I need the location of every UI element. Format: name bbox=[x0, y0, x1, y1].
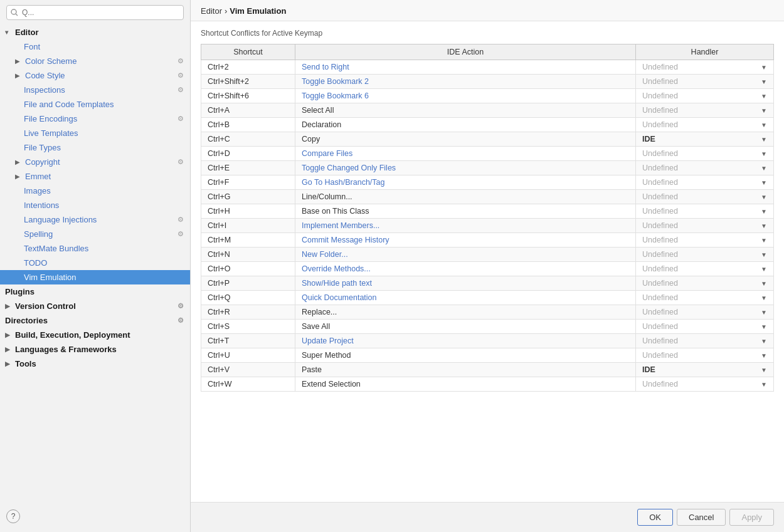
dropdown-arrow-icon[interactable]: ▼ bbox=[761, 251, 767, 258]
sidebar-item-build-execution[interactable]: ▶Build, Execution, Deployment bbox=[0, 328, 190, 342]
settings-icon: ⚙ bbox=[177, 230, 184, 238]
dropdown-arrow-icon[interactable]: ▼ bbox=[761, 122, 767, 128]
table-row[interactable]: Ctrl+FGo To Hash/Branch/TagUndefined▼ bbox=[201, 175, 774, 190]
sidebar-item-label: Version Control bbox=[15, 301, 177, 311]
table-row[interactable]: Ctrl+IImplement Members...Undefined▼ bbox=[201, 219, 774, 233]
cell-action: Line/Column... bbox=[295, 190, 636, 204]
table-row[interactable]: Ctrl+OOverride Methods...Undefined▼ bbox=[201, 262, 774, 276]
sidebar-item-copyright[interactable]: ▶Copyright⚙ bbox=[0, 155, 190, 169]
help-button[interactable]: ? bbox=[6, 509, 20, 523]
cell-handler: Undefined▼ bbox=[636, 248, 774, 262]
sidebar-item-intentions[interactable]: Intentions bbox=[0, 198, 190, 212]
dropdown-arrow-icon[interactable]: ▼ bbox=[761, 323, 767, 330]
sidebar-item-todo[interactable]: TODO bbox=[0, 256, 190, 270]
dropdown-arrow-icon[interactable]: ▼ bbox=[761, 280, 767, 287]
dropdown-arrow-icon[interactable]: ▼ bbox=[761, 367, 767, 373]
cancel-button[interactable]: Cancel bbox=[677, 509, 726, 526]
cell-shortcut: Ctrl+H bbox=[201, 204, 295, 219]
chevron-icon: ▶ bbox=[15, 159, 24, 165]
sidebar-item-vim-emulation[interactable]: Vim Emulation bbox=[0, 270, 190, 284]
sidebar-item-file-code-templates[interactable]: File and Code Templates bbox=[0, 97, 190, 112]
dropdown-arrow-icon[interactable]: ▼ bbox=[761, 78, 767, 85]
cell-action: New Folder... bbox=[295, 248, 636, 262]
sidebar-item-language-injections[interactable]: Language Injections⚙ bbox=[0, 212, 190, 227]
cell-action: Replace... bbox=[295, 305, 636, 320]
dropdown-arrow-icon[interactable]: ▼ bbox=[761, 179, 767, 186]
sidebar-item-label: Tools bbox=[15, 359, 184, 368]
table-row[interactable]: Ctrl+PShow/Hide path textUndefined▼ bbox=[201, 276, 774, 291]
dropdown-arrow-icon[interactable]: ▼ bbox=[761, 338, 767, 345]
cell-handler: Undefined▼ bbox=[636, 204, 774, 219]
dropdown-arrow-icon[interactable]: ▼ bbox=[761, 107, 767, 114]
dropdown-arrow-icon[interactable]: ▼ bbox=[761, 150, 767, 157]
sidebar-item-emmet[interactable]: ▶Emmet bbox=[0, 169, 190, 184]
cell-handler: Undefined▼ bbox=[636, 219, 774, 233]
table-row[interactable]: Ctrl+RReplace...Undefined▼ bbox=[201, 305, 774, 320]
sidebar-item-textmate-bundles[interactable]: TextMate Bundles bbox=[0, 241, 190, 256]
table-row[interactable]: Ctrl+TUpdate ProjectUndefined▼ bbox=[201, 334, 774, 348]
table-row[interactable]: Ctrl+WExtend SelectionUndefined▼ bbox=[201, 377, 774, 392]
table-row[interactable]: Ctrl+2Send to RightUndefined▼ bbox=[201, 60, 774, 75]
table-row[interactable]: Ctrl+VPasteIDE▼ bbox=[201, 363, 774, 377]
cell-shortcut: Ctrl+P bbox=[201, 276, 295, 291]
table-row[interactable]: Ctrl+GLine/Column...Undefined▼ bbox=[201, 190, 774, 204]
dropdown-arrow-icon[interactable]: ▼ bbox=[761, 266, 767, 273]
cell-handler: Undefined▼ bbox=[636, 118, 774, 132]
table-row[interactable]: Ctrl+MCommit Message HistoryUndefined▼ bbox=[201, 233, 774, 248]
dropdown-arrow-icon[interactable]: ▼ bbox=[761, 381, 767, 388]
bottom-bar: OK Cancel Apply bbox=[191, 502, 784, 532]
table-row[interactable]: Ctrl+BDeclarationUndefined▼ bbox=[201, 118, 774, 132]
content-panel: Editor › Vim Emulation Shortcut Conflict… bbox=[191, 0, 784, 532]
dropdown-arrow-icon[interactable]: ▼ bbox=[761, 136, 767, 143]
settings-icon: ⚙ bbox=[177, 316, 184, 325]
dropdown-arrow-icon[interactable]: ▼ bbox=[761, 295, 767, 301]
sidebar-item-directories[interactable]: Directories⚙ bbox=[0, 313, 190, 328]
chevron-icon: ▶ bbox=[5, 331, 14, 338]
table-row[interactable]: Ctrl+Shift+6Toggle Bookmark 6Undefined▼ bbox=[201, 89, 774, 103]
sidebar-item-label: Plugins bbox=[5, 287, 184, 296]
dropdown-arrow-icon[interactable]: ▼ bbox=[761, 64, 767, 71]
sidebar-item-file-encodings[interactable]: File Encodings⚙ bbox=[0, 112, 190, 126]
sidebar-item-languages-frameworks[interactable]: ▶Languages & Frameworks bbox=[0, 342, 190, 357]
sidebar-item-live-templates[interactable]: Live Templates bbox=[0, 126, 190, 140]
sidebar-item-plugins[interactable]: Plugins bbox=[0, 284, 190, 299]
table-row[interactable]: Ctrl+NNew Folder...Undefined▼ bbox=[201, 248, 774, 262]
cell-shortcut: Ctrl+I bbox=[201, 219, 295, 233]
table-row[interactable]: Ctrl+Shift+2Toggle Bookmark 2Undefined▼ bbox=[201, 75, 774, 89]
sidebar-item-label: Copyright bbox=[25, 157, 177, 167]
table-row[interactable]: Ctrl+ASelect AllUndefined▼ bbox=[201, 103, 774, 118]
cell-shortcut: Ctrl+Shift+2 bbox=[201, 75, 295, 89]
dropdown-arrow-icon[interactable]: ▼ bbox=[761, 194, 767, 201]
search-input[interactable] bbox=[6, 5, 184, 20]
sidebar-item-color-scheme[interactable]: ▶Color Scheme⚙ bbox=[0, 54, 190, 68]
dropdown-arrow-icon[interactable]: ▼ bbox=[761, 93, 767, 100]
sidebar-item-font[interactable]: Font bbox=[0, 39, 190, 54]
sidebar-item-spelling[interactable]: Spelling⚙ bbox=[0, 227, 190, 241]
dropdown-arrow-icon[interactable]: ▼ bbox=[761, 208, 767, 215]
table-row[interactable]: Ctrl+EToggle Changed Only FilesUndefined… bbox=[201, 161, 774, 175]
table-row[interactable]: Ctrl+USuper MethodUndefined▼ bbox=[201, 348, 774, 363]
sidebar-item-editor[interactable]: ▾Editor bbox=[0, 25, 190, 39]
table-row[interactable]: Ctrl+DCompare FilesUndefined▼ bbox=[201, 147, 774, 161]
apply-button[interactable]: Apply bbox=[729, 509, 774, 526]
col-header-action: IDE Action bbox=[295, 44, 636, 60]
sidebar-item-version-control[interactable]: ▶Version Control⚙ bbox=[0, 299, 190, 313]
sidebar-tree: ▾EditorFont▶Color Scheme⚙▶Code Style⚙Ins… bbox=[0, 25, 190, 532]
sidebar-item-code-style[interactable]: ▶Code Style⚙ bbox=[0, 68, 190, 83]
sidebar-item-label: Vim Emulation bbox=[24, 273, 184, 282]
table-row[interactable]: Ctrl+HBase on This ClassUndefined▼ bbox=[201, 204, 774, 219]
sidebar-item-tools[interactable]: ▶Tools bbox=[0, 357, 190, 371]
table-row[interactable]: Ctrl+SSave AllUndefined▼ bbox=[201, 320, 774, 334]
sidebar-item-file-types[interactable]: File Types bbox=[0, 140, 190, 155]
dropdown-arrow-icon[interactable]: ▼ bbox=[761, 237, 767, 244]
table-row[interactable]: Ctrl+CCopyIDE▼ bbox=[201, 132, 774, 147]
dropdown-arrow-icon[interactable]: ▼ bbox=[761, 222, 767, 229]
table-row[interactable]: Ctrl+QQuick DocumentationUndefined▼ bbox=[201, 291, 774, 305]
dropdown-arrow-icon[interactable]: ▼ bbox=[761, 309, 767, 316]
sidebar-item-images[interactable]: Images bbox=[0, 184, 190, 198]
sidebar-item-inspections[interactable]: Inspections⚙ bbox=[0, 83, 190, 97]
dropdown-arrow-icon[interactable]: ▼ bbox=[761, 165, 767, 172]
ok-button[interactable]: OK bbox=[637, 509, 673, 526]
cell-handler: Undefined▼ bbox=[636, 320, 774, 334]
dropdown-arrow-icon[interactable]: ▼ bbox=[761, 352, 767, 359]
